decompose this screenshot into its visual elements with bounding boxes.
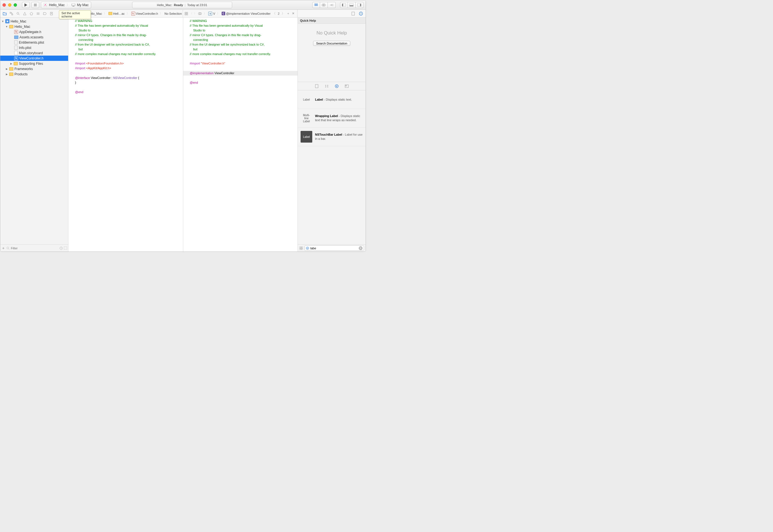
app-icon [43, 3, 47, 7]
node-label: Entitlements.plist [19, 41, 44, 44]
toggle-navigator-button[interactable] [340, 2, 348, 8]
svg-text:?: ? [360, 13, 361, 15]
add-icon[interactable]: ＋ [1, 246, 5, 251]
clear-search-icon[interactable]: ✕ [359, 246, 362, 250]
tree-group[interactable]: ▶Supporting Files [0, 61, 68, 66]
folder-icon [9, 67, 13, 71]
navigator-filter-input[interactable] [11, 247, 58, 250]
library-desc: Wrapping Label - Displays static text th… [315, 114, 363, 122]
class-icon: C [222, 12, 225, 15]
plist-icon [14, 40, 18, 44]
destination-icon [71, 3, 75, 7]
tree-file[interactable]: hAppDelegate.h [0, 29, 68, 34]
crumb-selection[interactable]: No Selection [164, 12, 181, 15]
svg-point-14 [17, 12, 19, 14]
library-search-input[interactable] [310, 247, 357, 250]
file-template-library-icon[interactable] [314, 83, 320, 89]
status-state: Ready [174, 3, 183, 7]
related-items-icon[interactable] [185, 11, 188, 16]
toggle-debug-area-button[interactable] [348, 2, 355, 8]
forward-icon[interactable]: 〉 [193, 11, 197, 16]
find-navigator-icon[interactable] [15, 11, 21, 16]
crumb-file[interactable]: ViewController.h [136, 12, 158, 15]
issue-navigator-icon[interactable] [22, 11, 28, 16]
zoom-window-icon[interactable] [14, 3, 17, 7]
breakpoint-navigator-icon[interactable] [42, 11, 48, 16]
node-label: Assets.xcassets [19, 35, 43, 39]
object-library-list: LabelLabel - Displays static text.Multi-… [298, 90, 365, 244]
tree-file[interactable]: Entitlements.plist [0, 40, 68, 45]
test-navigator-icon[interactable] [29, 11, 34, 16]
search-scope-icon[interactable] [306, 247, 309, 250]
folder-icon [108, 12, 112, 15]
crumb-group[interactable]: Hell…ac [113, 12, 125, 15]
node-label: AppDelegate.h [19, 30, 41, 34]
recent-filter-icon[interactable] [59, 247, 63, 250]
add-assistant-icon[interactable]: ＋ [285, 11, 290, 16]
object-library-icon[interactable] [334, 83, 340, 89]
filter-icon[interactable] [6, 247, 10, 250]
library-item[interactable]: Multi- line LabelWrapping Label - Displa… [298, 109, 365, 128]
tree-group[interactable]: ▼Hello_Mac [0, 24, 68, 29]
report-navigator-icon[interactable] [49, 11, 54, 16]
scm-filter-icon[interactable] [64, 247, 67, 250]
close-window-icon[interactable] [3, 3, 6, 7]
svg-rect-1 [44, 3, 47, 7]
source-control-navigator-icon[interactable] [9, 11, 14, 16]
library-item[interactable]: LabelNSTouchBar Label - Label for use in… [298, 128, 365, 146]
file-inspector-tab-icon[interactable] [350, 11, 355, 16]
assistant-editor[interactable]: // WARNING // This file has been generat… [183, 18, 298, 252]
scheme-selector[interactable]: Hello_Mac 〉 My Mac Set the active scheme [41, 2, 91, 8]
tree-file[interactable]: Main.storyboard [0, 50, 68, 56]
next-counterpart-icon[interactable]: 〉 [280, 11, 285, 16]
grid-view-icon[interactable] [299, 247, 303, 250]
plist-icon [14, 46, 18, 50]
svg-rect-20 [185, 12, 186, 13]
tree-file-selected[interactable]: hViewController.h [0, 56, 68, 61]
tree-file[interactable]: Info.plist [0, 45, 68, 50]
h-file-icon: h [14, 30, 18, 34]
crumb-file[interactable]: V [213, 12, 215, 15]
svg-rect-37 [299, 247, 301, 248]
svg-rect-3 [73, 6, 74, 6]
tooltip: Set the active scheme [59, 10, 91, 19]
window-controls [3, 3, 17, 7]
m-file-icon: m [208, 12, 212, 16]
stop-button[interactable] [31, 2, 39, 8]
project-icon: ▣ [5, 19, 9, 23]
primary-editor[interactable]: // WARNING // This file has been generat… [68, 18, 183, 252]
standard-editor-button[interactable] [312, 2, 320, 8]
tree-group[interactable]: ▶Frameworks [0, 66, 68, 71]
tree-file[interactable]: Assets.xcassets [0, 34, 68, 40]
minimize-window-icon[interactable] [8, 3, 11, 7]
tree-group[interactable]: ▶Products [0, 71, 68, 77]
counterparts-icon[interactable] [198, 11, 202, 16]
tree-root[interactable]: ▼▣Hello_Mac [0, 19, 68, 24]
svg-rect-36 [345, 85, 346, 86]
search-documentation-button[interactable]: Search Documentation [313, 41, 350, 46]
library-item[interactable]: LabelLabel - Displays static text. [298, 90, 365, 109]
version-editor-button[interactable] [328, 2, 335, 8]
library-thumb: Label [300, 131, 312, 143]
library-desc: Label - Displays static text. [315, 98, 352, 102]
activity-status: Hello_Mac: Ready | Today at 23:01 [132, 2, 232, 8]
back-icon[interactable]: 〈 [189, 11, 192, 16]
close-assistant-icon[interactable]: ✕ [290, 11, 295, 16]
crumb-symbol[interactable]: @implementation ViewController [226, 12, 270, 15]
svg-rect-31 [64, 247, 67, 250]
project-navigator: ▼▣Hello_Mac ▼Hello_Mac hAppDelegate.h As… [0, 18, 68, 252]
destination-name: My Mac [77, 3, 89, 7]
toggle-inspector-button[interactable] [355, 2, 363, 8]
assistant-editor-button[interactable] [320, 2, 328, 8]
jump-bar-right[interactable]: 〈 〉 〉 mV〉 C@implementation ViewControlle… [183, 10, 297, 17]
svg-point-34 [336, 86, 337, 87]
quick-help-tab-icon[interactable]: ? [358, 11, 363, 16]
debug-navigator-icon[interactable] [35, 11, 41, 16]
status-time: Today at 23:01 [187, 3, 207, 7]
code-snippet-library-icon[interactable] [324, 83, 330, 89]
media-library-icon[interactable] [344, 83, 350, 89]
project-navigator-icon[interactable] [2, 11, 8, 16]
prev-counterpart-icon[interactable]: 〈 [272, 11, 277, 16]
run-button[interactable] [22, 2, 30, 8]
navigator-selector [0, 10, 68, 17]
